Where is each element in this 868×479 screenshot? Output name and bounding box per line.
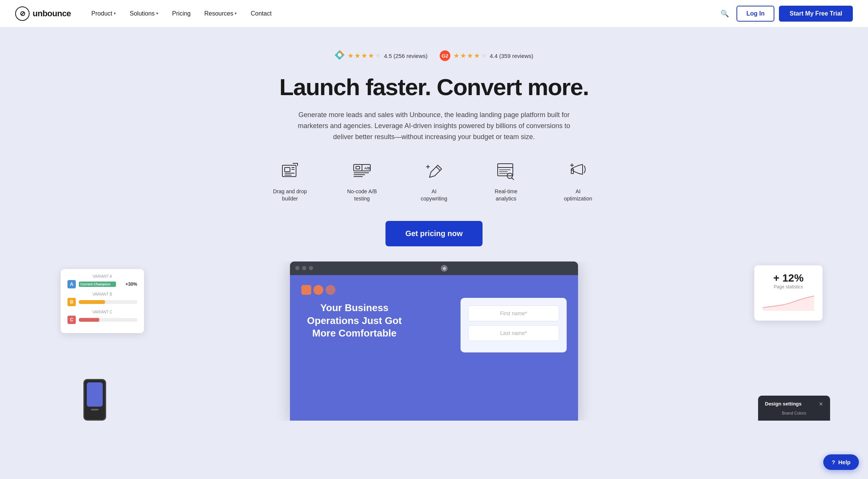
nav-resources[interactable]: Resources ▾: [199, 7, 242, 20]
svg-rect-12: [354, 164, 362, 171]
design-card-section: Brand Colors: [765, 411, 823, 415]
browser-form: First name* Last name*: [461, 298, 567, 352]
preview-area: VARIANT A A Current Champion +30% VARIAN…: [8, 261, 860, 421]
svg-point-5: [338, 53, 342, 57]
phone-mockup: [83, 379, 106, 421]
shape-circle-1: [313, 285, 323, 295]
browser-url-area: ⊘: [316, 265, 573, 272]
browser-bar: ⊘: [290, 261, 578, 275]
design-card-header: Design settings ✕: [765, 401, 823, 407]
design-card-title: Design settings: [765, 401, 802, 407]
browser-dot-3: [309, 266, 313, 270]
ab-test-icon: A/B: [351, 161, 373, 182]
analytics-label: Real-timeanalytics: [495, 188, 517, 203]
get-pricing-button[interactable]: Get pricing now: [385, 221, 482, 246]
logo-icon: ⊘: [15, 6, 30, 21]
ab-test-label: No-code A/Btesting: [347, 188, 377, 203]
feature-analytics: Real-timeanalytics: [481, 161, 531, 203]
logo[interactable]: ⊘ unbounce: [15, 6, 71, 21]
svg-line-28: [512, 178, 514, 180]
ai-opt-icon: [567, 161, 589, 182]
variant-c-label: VARIANT C: [67, 310, 137, 314]
nav-solutions[interactable]: Solutions ▾: [124, 7, 164, 20]
stats-label: Page statistics: [763, 284, 814, 290]
shape-square: [301, 285, 311, 295]
nav-contact[interactable]: Contact: [245, 7, 277, 20]
svg-text:⊘: ⊘: [20, 10, 25, 17]
stats-percent: + 12%: [763, 272, 814, 284]
phone-home-button: [91, 409, 99, 410]
browser-content: Your Business Operations Just Got More C…: [290, 275, 578, 421]
chevron-down-icon: ▾: [235, 11, 237, 16]
capterra-rating: ★★★★★ 4.5 (256 reviews): [335, 50, 428, 61]
g2-rating: G2 ★★★★★ 4.4 (359 reviews): [440, 50, 533, 61]
form-lastname: Last name*: [468, 325, 559, 341]
form-firstname: First name*: [468, 305, 559, 321]
browser-headline: Your Business Operations Just Got More C…: [301, 302, 407, 340]
capterra-score: 4.5 (256 reviews): [384, 53, 428, 59]
close-icon[interactable]: ✕: [819, 401, 823, 407]
variant-c-row: C: [67, 316, 137, 324]
chevron-down-icon: ▾: [156, 11, 158, 16]
cta-section: Get pricing now: [8, 221, 860, 246]
nav-product[interactable]: Product ▾: [86, 7, 121, 20]
nav-pricing[interactable]: Pricing: [167, 7, 196, 20]
logo-text: unbounce: [33, 9, 71, 19]
search-button[interactable]: 🔍: [718, 6, 732, 21]
svg-text:A/B: A/B: [364, 166, 370, 170]
features-row: Drag and dropbuilder A/B No-code A/Btest…: [8, 161, 860, 203]
svg-rect-29: [571, 169, 573, 174]
design-settings-card: Design settings ✕ Brand Colors: [758, 396, 830, 421]
feature-ab-testing: A/B No-code A/Btesting: [337, 161, 387, 203]
variant-b-label: VARIANT B: [67, 292, 137, 296]
browser-dot-1: [295, 266, 299, 270]
unbounce-browser-icon: ⊘: [440, 265, 448, 272]
phone-screen: [87, 382, 103, 407]
svg-text:⊘: ⊘: [443, 266, 446, 271]
variant-c-letter: C: [67, 316, 76, 324]
ai-copy-label: AIcopywriting: [421, 188, 447, 203]
hero-title: Launch faster. Convert more.: [8, 74, 860, 100]
drag-drop-icon: [279, 161, 301, 182]
nav-actions: 🔍 Log In Start My Free Trial: [718, 6, 853, 22]
feature-ai-copy: AIcopywriting: [409, 161, 459, 203]
svg-rect-7: [285, 167, 290, 172]
navbar: ⊘ unbounce Product ▾ Solutions ▾ Pricing…: [0, 0, 868, 27]
g2-score: 4.4 (359 reviews): [490, 53, 533, 59]
browser-dot-2: [302, 266, 306, 270]
help-label: Help: [838, 459, 851, 465]
hero-section: ★★★★★ 4.5 (256 reviews) G2 ★★★★★ 4.4 (35…: [0, 27, 868, 421]
ab-test-card: VARIANT A A Current Champion +30% VARIAN…: [61, 269, 144, 333]
variant-b-letter: B: [67, 298, 76, 306]
plus30-badge: +30%: [125, 282, 137, 287]
help-button[interactable]: ? Help: [823, 454, 859, 470]
browser-text-area: Your Business Operations Just Got More C…: [301, 302, 407, 340]
ratings-row: ★★★★★ 4.5 (256 reviews) G2 ★★★★★ 4.4 (35…: [8, 50, 860, 61]
variant-b-row: B: [67, 298, 137, 306]
shape-circle-2: [326, 285, 335, 295]
chevron-down-icon: ▾: [114, 11, 116, 16]
g2-icon: G2: [440, 50, 450, 61]
feature-ai-opt: AIoptimization: [553, 161, 603, 203]
browser-logo-shapes: [301, 285, 335, 295]
help-icon: ?: [832, 459, 835, 465]
capterra-icon: [335, 50, 345, 61]
g2-stars: ★★★★★: [453, 52, 487, 60]
hero-description: Generate more leads and sales with Unbou…: [292, 110, 576, 142]
feature-drag-drop: Drag and dropbuilder: [265, 161, 315, 203]
svg-rect-13: [356, 166, 360, 169]
variant-a-row: A Current Champion +30%: [67, 280, 137, 288]
search-icon: 🔍: [721, 10, 729, 17]
variant-a-label: VARIANT A: [67, 274, 137, 279]
variant-a-letter: A: [67, 280, 76, 288]
login-button[interactable]: Log In: [736, 6, 774, 22]
trial-button[interactable]: Start My Free Trial: [779, 6, 853, 22]
pen-icon: [423, 161, 445, 182]
browser-window: ⊘ Your Business Operations Just Got More…: [290, 261, 578, 421]
ai-opt-label: AIoptimization: [564, 188, 592, 203]
analytics-icon: [495, 161, 517, 182]
capterra-stars: ★★★★★: [348, 52, 381, 60]
stats-card: + 12% Page statistics: [754, 265, 823, 321]
stats-chart: [763, 293, 814, 312]
drag-drop-label: Drag and dropbuilder: [273, 188, 307, 203]
